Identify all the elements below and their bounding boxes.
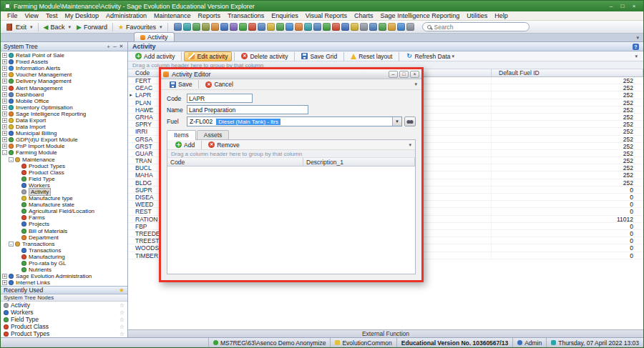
tree-item-information-alerts[interactable]: +Information Alerts bbox=[1, 65, 127, 71]
tree-item-delivery-management[interactable]: +Delivery Management bbox=[1, 78, 127, 84]
tree-expander-icon[interactable]: - bbox=[2, 150, 7, 155]
lookup-binoculars-icon[interactable] bbox=[404, 116, 416, 126]
recent-item-activity[interactable]: Activity☆ bbox=[1, 302, 127, 309]
module-icon-2[interactable] bbox=[183, 23, 191, 31]
tree-item-product-types[interactable]: Product Types bbox=[1, 163, 127, 169]
search-input[interactable] bbox=[434, 24, 513, 31]
tree-item-farming-module[interactable]: -Farming Module bbox=[1, 149, 127, 156]
module-icon-3[interactable] bbox=[192, 23, 200, 31]
tree-expander-icon[interactable]: + bbox=[2, 111, 7, 116]
forward-button[interactable]: ▶ Forward bbox=[74, 23, 110, 31]
tree-item-maintenance[interactable]: -Maintenance bbox=[1, 156, 127, 163]
module-icon-6[interactable] bbox=[220, 23, 228, 31]
code-field[interactable] bbox=[187, 94, 253, 103]
module-icon-7[interactable] bbox=[230, 23, 238, 31]
tree-item-nutrients[interactable]: Nutrients bbox=[1, 267, 127, 273]
exit-button[interactable]: Exit ▾ bbox=[4, 23, 36, 31]
save-button[interactable]: Save bbox=[165, 79, 196, 89]
menu-maintenance[interactable]: Maintenance bbox=[150, 12, 195, 19]
tree-expander-icon[interactable]: + bbox=[2, 118, 7, 123]
tree-item-pro-rata-by-gl[interactable]: Pro-rata by GL bbox=[1, 260, 127, 267]
reset-layout-button[interactable]: Reset layout bbox=[346, 51, 396, 61]
modal-column-header-description-1[interactable]: Description_1 bbox=[303, 158, 415, 166]
tree-expander-icon[interactable]: + bbox=[2, 59, 7, 64]
toolbar-overflow-icon[interactable]: ▾ bbox=[414, 81, 417, 87]
cancel-button[interactable]: Cancel bbox=[201, 79, 237, 89]
dock-expand-button[interactable]: + bbox=[105, 44, 112, 49]
module-icon-8[interactable] bbox=[239, 23, 247, 31]
module-icon-12[interactable] bbox=[276, 23, 284, 31]
toolbar-overflow-icon[interactable]: ▾ bbox=[635, 54, 638, 59]
module-icon-9[interactable] bbox=[248, 23, 256, 31]
search-box[interactable] bbox=[422, 22, 530, 31]
favorite-star-icon[interactable]: ☆ bbox=[119, 309, 125, 316]
module-icon-19[interactable] bbox=[341, 23, 349, 31]
tree-item-product-class[interactable]: Product Class bbox=[1, 169, 127, 176]
tree-expander-icon[interactable]: + bbox=[2, 53, 7, 58]
module-icon-15[interactable] bbox=[304, 23, 312, 31]
module-icon-25[interactable] bbox=[397, 23, 405, 31]
recent-item-field-type[interactable]: Field Type☆ bbox=[1, 316, 127, 323]
tree-expander-icon[interactable]: + bbox=[2, 86, 7, 91]
favourites-button[interactable]: ★ Favourites ▾ bbox=[115, 23, 165, 31]
tree-item-manufacture-type[interactable]: Manufacture type bbox=[1, 195, 127, 202]
add-activity-button[interactable]: Add activity bbox=[131, 51, 179, 61]
menu-charts[interactable]: Charts bbox=[351, 12, 377, 19]
tree-item-voucher-management[interactable]: +Voucher Management bbox=[1, 71, 127, 78]
menu-utilities[interactable]: Utilities bbox=[463, 12, 491, 19]
module-icon-18[interactable] bbox=[332, 23, 340, 31]
tree-expander-icon[interactable]: + bbox=[2, 280, 7, 285]
tree-expander-icon[interactable]: + bbox=[2, 105, 7, 110]
module-icon-26[interactable] bbox=[406, 23, 414, 31]
tree-item-manufacturing[interactable]: Manufacturing bbox=[1, 254, 127, 260]
module-icon-21[interactable] bbox=[360, 23, 368, 31]
tree-item-pnp-import-module[interactable]: +PnP Import Module bbox=[1, 143, 127, 149]
edit-activity-button[interactable]: Edit activity bbox=[184, 51, 232, 61]
menu-file[interactable]: File bbox=[4, 12, 21, 19]
tree-expander-icon[interactable]: + bbox=[2, 79, 7, 84]
module-icon-23[interactable] bbox=[379, 23, 386, 31]
back-button[interactable]: ◀ Back ▾ bbox=[41, 23, 74, 31]
menu-sage-intelligence-reporting[interactable]: Sage Intelligence Reporting bbox=[377, 12, 464, 19]
tree-item-gdp-d-u-export-module[interactable]: +GDP(d)U Export Module bbox=[1, 136, 127, 143]
save-grid-button[interactable]: Save Grid bbox=[297, 51, 341, 61]
tab-activity[interactable]: Activity bbox=[134, 32, 175, 41]
recent-item-workers[interactable]: Workers☆ bbox=[1, 309, 127, 316]
modal-column-header-code[interactable]: Code bbox=[167, 158, 303, 166]
module-icon-24[interactable] bbox=[388, 23, 396, 31]
tree-item-transactions[interactable]: -Transactions bbox=[1, 241, 127, 247]
tree-expander-icon[interactable]: + bbox=[2, 66, 7, 71]
dialog-close-button[interactable]: × bbox=[410, 71, 419, 78]
panel-help-icon[interactable]: ? bbox=[633, 44, 639, 50]
recent-item-product-class[interactable]: Product Class☆ bbox=[1, 323, 127, 330]
module-icon-11[interactable] bbox=[267, 23, 275, 31]
tree-item-internet-links[interactable]: +Internet Links bbox=[1, 279, 127, 286]
tree-item-data-import[interactable]: +Data Import bbox=[1, 124, 127, 130]
tree-item-mobile-office[interactable]: +Mobile Office bbox=[1, 98, 127, 104]
tab-items[interactable]: Items bbox=[167, 130, 196, 140]
module-icon-20[interactable] bbox=[351, 23, 358, 31]
tree-expander-icon[interactable]: + bbox=[2, 144, 7, 149]
module-icon-4[interactable] bbox=[202, 23, 210, 31]
menu-administration[interactable]: Administration bbox=[102, 12, 150, 19]
module-icon-1[interactable] bbox=[174, 23, 182, 31]
tree-item-field-type[interactable]: Field Type bbox=[1, 176, 127, 182]
close-button[interactable]: × bbox=[628, 1, 640, 11]
tree-expander-icon[interactable]: + bbox=[2, 137, 7, 142]
tree-item-sage-intelligence-reporting[interactable]: +Sage Intelligence Reporting bbox=[1, 111, 127, 117]
tree-expander-icon[interactable]: - bbox=[9, 242, 14, 247]
tree-item-dashboard[interactable]: +Dashboard bbox=[1, 91, 127, 98]
tree-expander-icon[interactable]: + bbox=[2, 124, 7, 129]
tree-expander-icon[interactable]: - bbox=[9, 157, 14, 162]
add-button[interactable]: Add bbox=[171, 140, 199, 150]
tab-assets[interactable]: Assets bbox=[197, 130, 230, 139]
tree-item-fixed-assets[interactable]: +Fixed Assets bbox=[1, 59, 127, 65]
refresh-data-button[interactable]: Refresh Data▾ bbox=[401, 51, 459, 61]
module-icon-5[interactable] bbox=[211, 23, 219, 31]
tree-item-bill-of-materials[interactable]: Bill of Materials bbox=[1, 228, 127, 234]
favorite-star-icon[interactable]: ☆ bbox=[119, 324, 125, 330]
name-field[interactable] bbox=[187, 105, 308, 114]
menu-view[interactable]: View bbox=[21, 12, 42, 19]
tab-list-dropdown-icon[interactable]: ▾ bbox=[636, 35, 639, 41]
favorite-star-icon[interactable]: ☆ bbox=[119, 331, 125, 337]
